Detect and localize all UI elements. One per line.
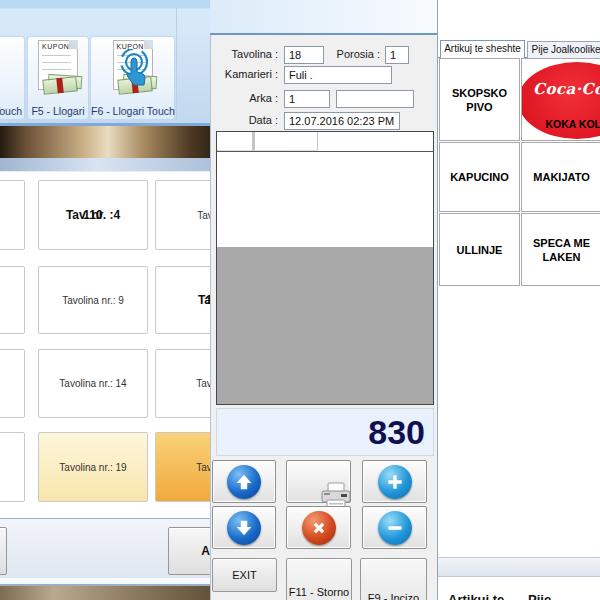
toolbar-button-label: F5 - Llogari <box>28 105 88 117</box>
toolbar-button-f6-llogari-touch[interactable]: KUPON F6 - Llogari Touch <box>90 36 175 120</box>
data-label: Data : <box>206 114 278 126</box>
tab-pije-joalkoolike[interactable]: Pije Joalkoolike <box>527 41 600 59</box>
remove-item-button[interactable] <box>362 506 427 549</box>
order-total: 830 <box>216 408 434 456</box>
kamarieri-field[interactable]: Fuli . <box>284 66 392 84</box>
product-label: SPECA ME LAKEN <box>532 236 592 264</box>
order-window-top-line <box>210 33 437 35</box>
product-button-speca-me-laken[interactable]: SPECA ME LAKEN <box>521 213 600 286</box>
product-button-ullinje[interactable]: ULLINJE <box>439 213 520 286</box>
product-label: ULLINJE <box>457 243 503 257</box>
product-button-skopsko-pivo[interactable]: SKOPSKO PIVO <box>439 58 520 141</box>
panel-divider <box>438 557 600 577</box>
table-row-empty <box>217 132 433 151</box>
product-label: SKOPSKO PIVO <box>440 86 519 114</box>
order-items-table[interactable]: Sifra Emri Sasia Cmimi 000102 SP.SEL.RIZ… <box>216 131 434 405</box>
table-button[interactable] <box>0 180 25 250</box>
product-button-koka-kola[interactable]: Coca·Cola KOKA KOLA <box>521 58 600 141</box>
kamarieri-label: Kamarieri : <box>206 68 278 80</box>
storno-button[interactable]: F11 - Storno Llogari <box>286 558 352 600</box>
porosia-label: Porosia : <box>326 48 380 60</box>
table-button-tav-19[interactable]: Tavolina nr.: 19 <box>38 432 148 502</box>
coca-cola-script: Coca·Cola <box>521 82 600 96</box>
exit-button[interactable]: EXIT <box>212 558 277 592</box>
table-button-tav-9[interactable]: Tavolina nr.: 9 <box>38 266 148 334</box>
table-button-label: Tavolina nr.: 9 <box>62 295 124 306</box>
move-up-button[interactable] <box>212 460 276 503</box>
toolbar-button-label: Touch <box>0 105 24 117</box>
toolbar-button-label: F6 - Llogari Touch <box>91 105 174 117</box>
kupon-doc-icon: KUPON <box>38 40 78 90</box>
table-button[interactable] <box>0 266 25 334</box>
storno-button-label: F11 - Storno <box>289 586 349 598</box>
kupon-doc-title: KUPON <box>42 43 69 50</box>
footer-strip <box>0 586 216 600</box>
tavolina-label: Tavolina : <box>206 48 278 60</box>
minus-icon <box>378 511 412 545</box>
partial-section-label: Pije <box>528 592 551 600</box>
table-button-tav-14[interactable]: Tavolina nr.: 14 <box>38 349 148 418</box>
toolbar-button-f5-llogari[interactable]: KUPON F5 - Llogari <box>27 36 89 120</box>
money-icon <box>42 76 77 94</box>
table-button-label: Tavolina nr.: 14 <box>59 378 126 389</box>
page-fold <box>144 40 153 49</box>
arka-label: Arka : <box>206 92 278 104</box>
kupon-doc-icon: KUPON <box>113 40 153 90</box>
print-button[interactable] <box>286 460 351 503</box>
doc-line <box>42 55 71 56</box>
table-button[interactable] <box>0 349 25 418</box>
partial-section-label: Artikuj te <box>448 592 504 600</box>
tavolina-field[interactable]: 18 <box>284 46 324 64</box>
add-item-button[interactable] <box>362 460 427 503</box>
cancel-button[interactable] <box>286 506 351 549</box>
up-arrow-icon <box>227 465 261 499</box>
product-button-makijato[interactable]: MAKIJATO <box>521 142 600 212</box>
cell-empty <box>217 132 221 151</box>
coca-cola-logo: Coca·Cola KOKA KOLA <box>521 62 600 139</box>
plus-icon <box>378 465 412 499</box>
ribbon-separator <box>176 8 177 120</box>
page-fold <box>69 40 78 49</box>
product-label: MAKIJATO <box>533 170 589 184</box>
bottom-bar-button[interactable] <box>0 527 7 575</box>
incizo-button[interactable]: F9 - Incizo <box>360 558 427 600</box>
product-label: KOKA KOLA <box>521 117 600 131</box>
tab-artikuj-te-sheshte[interactable]: Artikuj te sheshte <box>440 40 525 58</box>
products-panel: Artikuj te sheshte Pije Joalkoolike SKOP… <box>437 0 600 600</box>
cancel-x-icon <box>302 511 336 545</box>
doc-line <box>42 69 71 70</box>
product-button-kapucino[interactable]: KAPUCINO <box>439 142 520 212</box>
table-button-tav-4[interactable]: Tav. nr. :4 110 <box>38 180 148 250</box>
pos-screen: Touch KUPON F5 - Llogari KUPON <box>0 0 600 600</box>
photo-banner <box>0 126 216 158</box>
move-down-button[interactable] <box>212 506 276 549</box>
doc-line <box>42 62 71 63</box>
order-window-top-band <box>210 0 437 33</box>
exit-button-label: EXIT <box>232 569 256 581</box>
product-label: KAPUCINO <box>450 170 509 184</box>
incizo-button-label: F9 - Incizo <box>368 592 419 600</box>
table-button-label: Tavolina nr.: 19 <box>59 462 126 473</box>
data-field[interactable]: 12.07.2016 02:23 PM <box>284 112 400 130</box>
touch-icon <box>116 49 152 89</box>
table-button[interactable] <box>0 432 25 502</box>
table-button-amount: 110 <box>83 208 102 222</box>
window-toolbar-strip <box>0 158 216 172</box>
cell-empty <box>217 132 253 151</box>
arka-field[interactable]: 1 <box>284 90 330 108</box>
arka-secondary-field[interactable] <box>336 90 414 108</box>
table-empty-area <box>217 247 433 404</box>
down-arrow-icon <box>227 511 261 545</box>
toolbar-button-partial[interactable]: Touch <box>0 36 25 120</box>
porosia-field[interactable]: 1 <box>385 46 409 64</box>
